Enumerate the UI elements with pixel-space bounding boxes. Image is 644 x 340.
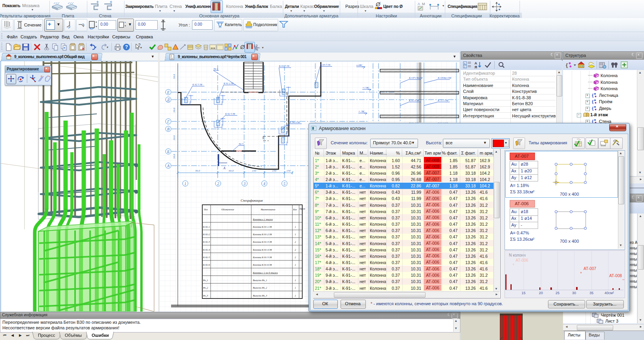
- svg-text:30.0: 30.0: [195, 169, 200, 172]
- svg-text:Обозначение: Обозначение: [221, 208, 234, 211]
- svg-text:К 92 5 38: К 92 5 38: [192, 83, 202, 86]
- svg-text:К Зм 4 мб: К Зм 4 мб: [289, 121, 300, 123]
- svg-text:Колонна К-91-1-38: Колонна К-91-1-38: [252, 226, 272, 228]
- svg-text:Зм 1: Зм 1: [213, 67, 218, 70]
- svg-text:{: {: [566, 62, 568, 68]
- svg-text:Выпуски Вч_3: Выпуски Вч_3: [253, 295, 267, 297]
- svg-text:{: {: [592, 99, 594, 104]
- svg-text:Вч_1: Вч_1: [203, 279, 208, 281]
- svg-text:К-91-2: К-91-2: [203, 233, 210, 236]
- svg-text:{: {: [592, 106, 594, 111]
- svg-text:Колонна К-91-2-38: Колонна К-91-2-38: [252, 233, 272, 236]
- svg-text:Ø: Ø: [375, 1, 381, 8]
- svg-text:3: 3: [243, 181, 246, 186]
- svg-text:1: 1: [295, 233, 296, 236]
- svg-text:Вч_3: Вч_3: [203, 295, 208, 297]
- svg-text:Колонна К-91-6-38: Колонна К-91-6-38: [252, 264, 272, 266]
- svg-text:Кол: Кол: [293, 208, 297, 211]
- svg-text:К 91 4 38: К 91 4 38: [409, 99, 419, 102]
- svg-text:+: +: [464, 62, 465, 65]
- svg-text:150: 150: [286, 169, 291, 172]
- svg-text:30.0: 30.0: [173, 135, 176, 141]
- svg-text:A: A: [418, 2, 420, 6]
- svg-text:1: 1: [295, 226, 296, 228]
- svg-text:В: В: [167, 127, 169, 131]
- svg-text:п.дВС: п.дВС: [356, 64, 363, 66]
- svg-text:Д: Д: [167, 98, 170, 102]
- svg-text:2: 2: [295, 249, 296, 251]
- svg-text:К-91-6: К-91-6: [203, 264, 210, 266]
- svg-text:5: 5: [284, 181, 286, 186]
- svg-text:1: 1: [295, 287, 296, 289]
- svg-text:{: {: [592, 93, 594, 98]
- svg-text:M: M: [422, 2, 425, 6]
- svg-text:150: 150: [252, 169, 256, 172]
- svg-text:К 71 5 3Ф: К 71 5 3Ф: [437, 99, 448, 102]
- svg-text:2: 2: [295, 256, 296, 259]
- svg-text:К 92 5 38: К 92 5 38: [225, 112, 235, 115]
- svg-text:Е: Е: [167, 90, 169, 94]
- svg-text:60.0: 60.0: [229, 169, 234, 172]
- svg-text:К-91-4: К-91-4: [203, 249, 210, 251]
- svg-text:А: А: [223, 166, 226, 170]
- svg-text:Колонна К-91-3-38: Колонна К-91-3-38: [252, 241, 272, 243]
- svg-text:+: +: [464, 66, 465, 68]
- svg-text:1: 1: [295, 295, 296, 297]
- svg-text:А: А: [475, 61, 477, 65]
- svg-text:1: 1: [185, 181, 186, 186]
- svg-text:Наименование: Наименование: [260, 208, 275, 211]
- svg-text:Прим: Прим: [299, 208, 305, 210]
- svg-text:4: 4: [264, 181, 266, 186]
- svg-text:1: 1: [295, 264, 296, 266]
- svg-text:30.0: 30.0: [173, 108, 176, 113]
- svg-text:Колонна К-91-5-38: Колонна К-91-5-38: [252, 256, 272, 259]
- svg-text:+??ВС: +??ВС: [362, 86, 370, 89]
- svg-text:Б: Б: [167, 149, 169, 154]
- svg-text:2: 2: [217, 181, 219, 186]
- svg-text:Зм 3: Зм 3: [239, 142, 243, 145]
- svg-text:Выпуски Вч_1: Выпуски Вч_1: [253, 279, 267, 281]
- svg-text:Колонна К-91-4-38: Колонна К-91-4-38: [252, 249, 272, 251]
- svg-text:Колонны с 1 по 9 этажи: Колонны с 1 по 9 этажи: [252, 272, 278, 274]
- svg-text:К=97=Чс2Ф: К=97=Чс2Ф: [409, 76, 422, 79]
- svg-text:Поз: Поз: [203, 208, 208, 211]
- svg-text:30.0: 30.0: [173, 154, 176, 159]
- svg-text:К-91-7-36: К-91-7-36: [279, 64, 290, 67]
- svg-text:Я: Я: [475, 65, 477, 69]
- svg-text:К-91-5: К-91-5: [203, 256, 210, 259]
- svg-text:!: !: [171, 54, 172, 58]
- svg-text:Выпуски Вч_2: Выпуски Вч_2: [253, 287, 267, 289]
- svg-text:К=93Ан=3Ф: К=93Ан=3Ф: [437, 76, 451, 79]
- svg-text:30.0: 30.0: [173, 74, 176, 79]
- svg-text:К-91-1: К-91-1: [203, 226, 210, 228]
- svg-text:К-91-3: К-91-3: [203, 241, 210, 243]
- svg-text:Вч_2: Вч_2: [203, 287, 208, 289]
- svg-text:Колонны в 1 этаже: Колонны в 1 этаже: [252, 218, 273, 221]
- svg-text:Спецификация: Спецификация: [241, 198, 263, 202]
- svg-text:К 91 2 38: К 91 2 38: [223, 82, 233, 85]
- svg-text:К-93-7-36: К-93-7-36: [320, 63, 331, 66]
- svg-text:?: ?: [125, 44, 128, 50]
- svg-text:1: 1: [295, 279, 296, 281]
- svg-text:+.?ВС: +.?ВС: [358, 110, 365, 113]
- svg-text:2: 2: [295, 241, 296, 243]
- svg-text:А: А: [167, 164, 170, 168]
- svg-text:Г: Г: [167, 119, 169, 124]
